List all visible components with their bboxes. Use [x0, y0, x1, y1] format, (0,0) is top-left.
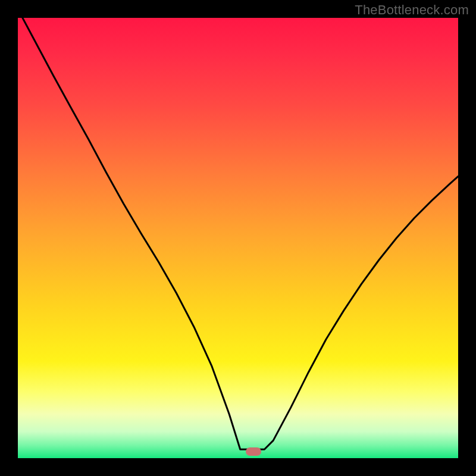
- gradient-background: [18, 18, 458, 458]
- bottleneck-plot: [18, 18, 458, 458]
- watermark-text: TheBottleneck.com: [355, 2, 469, 18]
- optimal-point-marker: [246, 447, 261, 456]
- chart-container: TheBottleneck.com: [0, 0, 476, 476]
